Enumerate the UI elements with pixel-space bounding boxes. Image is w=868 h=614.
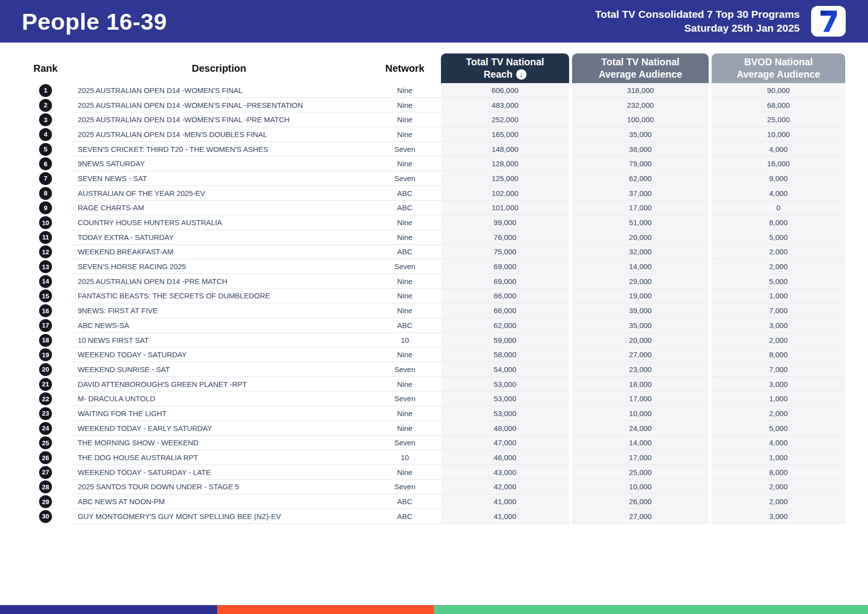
network-cell: ABC bbox=[369, 494, 441, 509]
reach-cell: 54,000 bbox=[441, 362, 569, 377]
rank-badge: 27 bbox=[39, 466, 52, 479]
reach-cell: 42,000 bbox=[441, 480, 569, 495]
description-cell: 10 NEWS FIRST SAT bbox=[69, 333, 369, 348]
reach-cell: 66,000 bbox=[441, 289, 569, 304]
description-cell: SEVEN'S HORSE RACING 2025 bbox=[69, 259, 369, 274]
table-row: 5 SEVEN'S CRICKET: THIRD T20 - THE WOMEN… bbox=[22, 142, 845, 157]
reach-cell: 66,000 bbox=[441, 303, 569, 318]
network-cell: Nine bbox=[369, 406, 441, 421]
description-cell: 2025 AUSTRALIAN OPEN D14 -PRE MATCH bbox=[69, 274, 369, 289]
report-subtitle-line1: Total TV Consolidated 7 Top 30 Programs bbox=[595, 7, 800, 21]
column-header-bvod-average-audience[interactable]: BVOD National Average Audience bbox=[712, 53, 845, 83]
table-row: 11 TODAY EXTRA - SATURDAY Nine 76,000 20… bbox=[22, 230, 845, 245]
bvod-cell: 9,000 bbox=[712, 171, 845, 186]
report-subtitle-line2: Saturday 25th Jan 2025 bbox=[595, 21, 800, 35]
reach-cell: 43,000 bbox=[441, 465, 569, 480]
bvod-cell: 10,000 bbox=[712, 127, 845, 142]
table-row: 30 GUY MONTGOMERY'S GUY MONT SPELLING BE… bbox=[22, 509, 845, 524]
avg-audience-cell: 20,000 bbox=[572, 230, 709, 245]
network-cell: Nine bbox=[369, 230, 441, 245]
avg-audience-cell: 26,000 bbox=[572, 494, 709, 509]
rank-cell: 20 bbox=[22, 362, 69, 377]
reach-cell: 46,000 bbox=[441, 450, 569, 465]
seven-network-logo bbox=[811, 6, 846, 37]
column-header-rank: Rank bbox=[22, 53, 69, 83]
rank-cell: 6 bbox=[22, 156, 69, 171]
bvod-header-line2: Average Audience bbox=[737, 68, 820, 81]
description-cell: 2025 AUSTRALIAN OPEN D14 -WOMEN'S FINAL bbox=[69, 83, 369, 98]
description-cell: 2025 AUSTRALIAN OPEN D14 -WOMEN'S FINAL … bbox=[69, 112, 369, 127]
bvod-cell: 2,000 bbox=[712, 406, 845, 421]
bvod-cell: 5,000 bbox=[712, 230, 845, 245]
bvod-cell: 1,000 bbox=[712, 391, 845, 406]
reach-cell: 53,000 bbox=[441, 406, 569, 421]
page-title: People 16-39 bbox=[22, 8, 167, 35]
rank-badge: 1 bbox=[39, 84, 52, 97]
rank-cell: 5 bbox=[22, 142, 69, 157]
description-cell: WEEKEND SUNRISE - SAT bbox=[69, 362, 369, 377]
rank-badge: 17 bbox=[39, 319, 52, 332]
rank-cell: 16 bbox=[22, 303, 69, 318]
description-cell: ABC NEWS-SA bbox=[69, 318, 369, 333]
reach-cell: 53,000 bbox=[441, 377, 569, 392]
rank-badge: 7 bbox=[39, 172, 52, 185]
rank-cell: 22 bbox=[22, 391, 69, 406]
network-cell: 10 bbox=[369, 333, 441, 348]
avg-audience-cell: 37,000 bbox=[572, 186, 709, 201]
rank-cell: 24 bbox=[22, 421, 69, 436]
network-cell: Seven bbox=[369, 480, 441, 495]
avg-audience-cell: 35,000 bbox=[572, 127, 709, 142]
rank-badge: 29 bbox=[39, 495, 52, 508]
rank-cell: 23 bbox=[22, 406, 69, 421]
rank-cell: 28 bbox=[22, 480, 69, 495]
avg-audience-cell: 17,000 bbox=[572, 201, 709, 216]
reach-header-line1: Total TV National bbox=[466, 56, 544, 68]
network-cell: ABC bbox=[369, 245, 441, 260]
table-body: 1 2025 AUSTRALIAN OPEN D14 -WOMEN'S FINA… bbox=[22, 83, 845, 524]
description-cell: AUSTRALIAN OF THE YEAR 2025-EV bbox=[69, 186, 369, 201]
bvod-cell: 0 bbox=[712, 201, 845, 216]
bvod-cell: 4,000 bbox=[712, 436, 845, 451]
rank-badge: 11 bbox=[39, 231, 52, 244]
description-cell: THE MORNING SHOW - WEEKEND bbox=[69, 436, 369, 451]
reach-cell: 69,000 bbox=[441, 259, 569, 274]
description-cell: SEVEN'S CRICKET: THIRD T20 - THE WOMEN'S… bbox=[69, 142, 369, 157]
description-cell: WEEKEND TODAY - SATURDAY bbox=[69, 347, 369, 362]
bvod-cell: 68,000 bbox=[712, 98, 845, 113]
table-row: 14 2025 AUSTRALIAN OPEN D14 -PRE MATCH N… bbox=[22, 274, 845, 289]
avg-audience-cell: 62,000 bbox=[572, 171, 709, 186]
description-cell: 2025 SANTOS TOUR DOWN UNDER - STAGE 5 bbox=[69, 480, 369, 495]
reach-cell: 76,000 bbox=[441, 230, 569, 245]
avg-audience-cell: 23,000 bbox=[572, 362, 709, 377]
report-page: People 16-39 Total TV Consolidated 7 Top… bbox=[0, 0, 868, 614]
table-row: 19 WEEKEND TODAY - SATURDAY Nine 58,000 … bbox=[22, 347, 845, 362]
network-cell: Nine bbox=[369, 127, 441, 142]
description-cell: THE DOG HOUSE AUSTRALIA RPT bbox=[69, 450, 369, 465]
reach-cell: 41,000 bbox=[441, 509, 569, 524]
column-header-total-tv-reach[interactable]: Total TV National Reach ↓ bbox=[441, 53, 569, 83]
avg-audience-cell: 10,000 bbox=[572, 480, 709, 495]
network-cell: Nine bbox=[369, 289, 441, 304]
table-row: 23 WAITING FOR THE LIGHT Nine 53,000 10,… bbox=[22, 406, 845, 421]
reach-cell: 128,000 bbox=[441, 156, 569, 171]
description-cell: WEEKEND TODAY - SATURDAY - LATE bbox=[69, 465, 369, 480]
bvod-cell: 5,000 bbox=[712, 421, 845, 436]
network-cell: Nine bbox=[369, 377, 441, 392]
bvod-cell: 2,000 bbox=[712, 333, 845, 348]
bvod-cell: 90,000 bbox=[712, 83, 845, 98]
description-cell: WEEKEND TODAY - EARLY SATURDAY bbox=[69, 421, 369, 436]
column-header-total-tv-average-audience[interactable]: Total TV National Average Audience bbox=[572, 53, 709, 83]
bvod-cell: 8,000 bbox=[712, 215, 845, 230]
bvod-cell: 3,000 bbox=[712, 509, 845, 524]
table-row: 16 9NEWS: FIRST AT FIVE Nine 66,000 39,0… bbox=[22, 303, 845, 318]
rank-cell: 14 bbox=[22, 274, 69, 289]
rank-cell: 12 bbox=[22, 245, 69, 260]
network-cell: Seven bbox=[369, 259, 441, 274]
avg-audience-cell: 19,000 bbox=[572, 289, 709, 304]
rank-badge: 30 bbox=[39, 510, 52, 523]
sort-descending-icon[interactable]: ↓ bbox=[516, 69, 527, 80]
reach-cell: 101,000 bbox=[441, 201, 569, 216]
header-bar: People 16-39 Total TV Consolidated 7 Top… bbox=[0, 0, 868, 43]
table-header-row: Rank Description Network Total TV Nation… bbox=[22, 53, 845, 83]
reach-header-line2: Reach ↓ bbox=[483, 68, 527, 81]
